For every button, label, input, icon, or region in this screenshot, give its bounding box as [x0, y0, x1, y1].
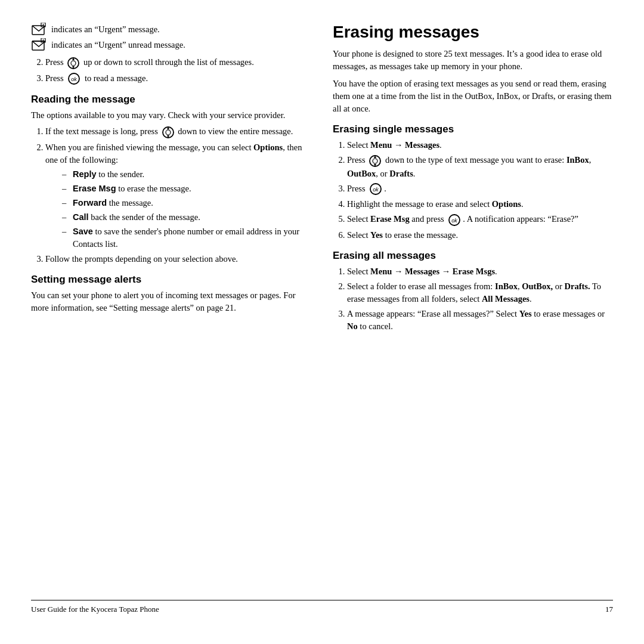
- erasing-title: Erasing messages: [333, 23, 613, 42]
- options-list: Reply to the sender. Erase Msg to erase …: [62, 168, 311, 250]
- footer-right: 17: [605, 605, 613, 614]
- right-column: Erasing messages Your phone is designed …: [333, 23, 613, 589]
- single-item-4: Highlight the message to erase and selec…: [347, 198, 613, 210]
- all-list: Select Menu → Messages → Erase Msgs. Sel…: [343, 265, 613, 333]
- dash-item-call: Call back the sender of the message.: [62, 211, 311, 224]
- svg-text:ok: ok: [452, 218, 458, 224]
- svg-text:ok: ok: [373, 187, 379, 193]
- nav-icon-1: [67, 57, 80, 70]
- single-item-6: Select Yes to erase the message.: [347, 229, 613, 242]
- all-item-2: Select a folder to erase all messages fr…: [347, 280, 613, 305]
- svg-text:ok: ok: [71, 76, 77, 82]
- ok-icon-1: ok: [67, 72, 81, 85]
- options-label: Options: [253, 143, 283, 152]
- single-item-2: Press down to the type of text message y…: [347, 154, 613, 180]
- single-title: Erasing single messages: [333, 123, 613, 135]
- reading-item-2: When you are finished viewing the messag…: [45, 141, 311, 250]
- single-item-1: Select Menu → Messages.: [347, 139, 613, 151]
- urgent-icon2-row: indicates an “Urgent” unread message.: [31, 38, 311, 51]
- urgent-unread-icon: [31, 38, 47, 51]
- alerts-text: You can set your phone to alert you of i…: [31, 289, 311, 314]
- list-item-3: Press ok to read a message.: [45, 72, 311, 86]
- reading-title: Reading the message: [31, 94, 311, 106]
- left-column: indicates an “Urgent” message. indicates…: [31, 23, 311, 589]
- reading-list: If the text message is long, press down …: [42, 125, 311, 265]
- reading-intro: The options available to you may vary. C…: [31, 109, 311, 122]
- all-item-1: Select Menu → Messages → Erase Msgs.: [347, 265, 613, 278]
- dash-item-reply: Reply to the sender.: [62, 168, 311, 181]
- single-item-3: Press ok .: [347, 182, 613, 196]
- urgent-icon1-text: indicates an “Urgent” message.: [51, 24, 160, 35]
- reading-item-1: If the text message is long, press down …: [45, 125, 311, 139]
- erasing-intro1: Your phone is designed to store 25 text …: [333, 48, 613, 73]
- dash-item-save: Save to save the sender's phone number o…: [62, 225, 311, 250]
- single-list: Select Menu → Messages. Press down to th…: [343, 139, 613, 242]
- content-area: indicates an “Urgent” message. indicates…: [31, 23, 613, 589]
- urgent-icon2-text: indicates an “Urgent” unread message.: [51, 40, 185, 50]
- svg-point-8: [71, 61, 76, 66]
- nav-icon-2: [162, 126, 175, 139]
- top-list: Press up or down to scroll through the l…: [42, 56, 311, 85]
- footer-left: User Guide for the Kyocera Topaz Phone: [31, 605, 159, 614]
- nav-icon-3: [369, 154, 382, 168]
- reading-item-3: Follow the prompts depending on your sel…: [45, 253, 311, 265]
- dash-item-erase: Erase Msg to erase the message.: [62, 182, 311, 195]
- dash-item-forward: Forward the message.: [62, 197, 311, 209]
- urgent-read-icon: [31, 23, 47, 36]
- all-item-3: A message appears: “Erase all messages?”…: [347, 308, 613, 333]
- ok-icon-3: ok: [447, 213, 462, 227]
- ok-icon-2: ok: [369, 182, 383, 196]
- erasing-intro2: You have the option of erasing text mess…: [333, 78, 613, 115]
- page: indicates an “Urgent” message. indicates…: [0, 0, 644, 644]
- single-item-5: Select Erase Msg and press ok . A notifi…: [347, 213, 613, 227]
- svg-point-18: [373, 159, 377, 163]
- urgent-icon1-row: indicates an “Urgent” message.: [31, 23, 311, 36]
- all-title: Erasing all messages: [333, 250, 613, 262]
- footer: User Guide for the Kyocera Topaz Phone 1…: [31, 600, 613, 614]
- alerts-title: Setting message alerts: [31, 274, 311, 286]
- list-item-2: Press up or down to scroll through the l…: [45, 56, 311, 70]
- urgent-icons-block: indicates an “Urgent” message. indicates…: [31, 23, 311, 51]
- svg-point-14: [166, 130, 171, 135]
